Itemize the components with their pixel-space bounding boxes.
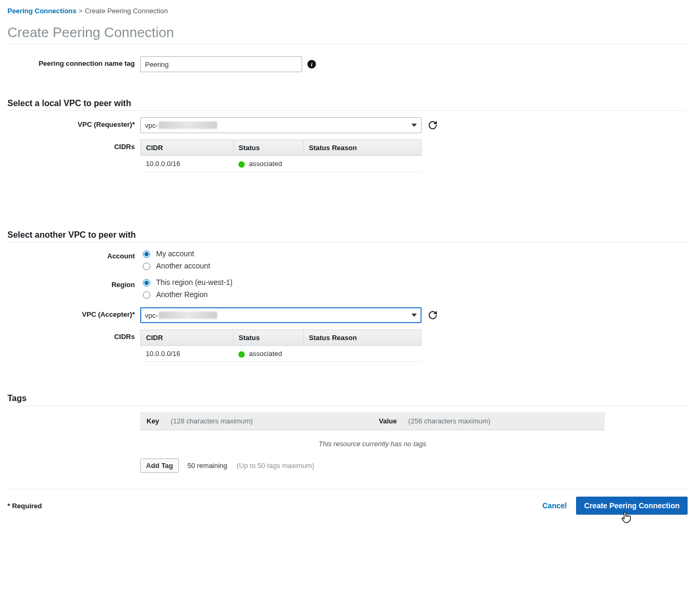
account-other-option[interactable]: Another account [140, 261, 688, 270]
info-icon[interactable]: i [307, 60, 316, 68]
chevron-down-icon [411, 124, 417, 127]
name-tag-input[interactable] [140, 56, 302, 72]
local-cidr-table: CIDR Status Status Reason 10.0.0.0/16 as… [140, 140, 422, 172]
col-reason: Status Reason [303, 330, 421, 346]
region-this-option[interactable]: This region (eu-west-1) [140, 277, 688, 287]
add-tag-button[interactable]: Add Tag [140, 458, 179, 473]
create-peering-button[interactable]: Create Peering Connection [576, 497, 688, 515]
tags-empty-text: This resource currently has no tags [140, 430, 605, 455]
name-tag-label: Peering connection name tag [7, 56, 140, 67]
divider [7, 110, 688, 111]
account-label: Account [7, 249, 140, 260]
account-my-radio[interactable] [143, 250, 150, 258]
local-cidrs-label: CIDRs [7, 137, 140, 151]
chevron-down-icon [411, 314, 417, 317]
col-reason: Status Reason [303, 140, 421, 156]
vpc-accepter-value-prefix: vpc- [145, 311, 158, 319]
account-my-option[interactable]: My account [140, 249, 688, 258]
vpc-requester-value-prefix: vpc- [145, 122, 158, 129]
region-other-option[interactable]: Another Region [140, 290, 688, 299]
divider [7, 405, 688, 406]
another-vpc-section-title: Select another VPC to peer with [7, 230, 688, 240]
cancel-button[interactable]: Cancel [535, 497, 574, 514]
redacted-text [159, 122, 217, 129]
tags-max-hint: (Up to 50 tags maximum) [237, 462, 314, 470]
col-cidr: CIDR [141, 330, 234, 346]
breadcrumb-parent-link[interactable]: Peering Connections [7, 7, 76, 15]
local-vpc-section-title: Select a local VPC to peer with [7, 99, 688, 108]
vpc-requester-label: VPC (Requester)* [7, 117, 140, 128]
tags-remaining: 50 remaining [187, 462, 227, 470]
accepter-cidr-table: CIDR Status Status Reason 10.0.0.0/16 as… [140, 329, 422, 362]
region-label: Region [7, 277, 140, 289]
divider [7, 44, 688, 45]
redacted-text [159, 311, 217, 319]
account-other-radio[interactable] [143, 263, 150, 270]
status-cell: associated [233, 346, 303, 362]
vpc-requester-select[interactable]: vpc- [140, 117, 422, 133]
status-dot-icon [238, 161, 245, 168]
required-note: * Required [7, 502, 42, 510]
refresh-icon[interactable] [428, 120, 437, 130]
table-row: 10.0.0.0/16 associated [141, 156, 422, 172]
breadcrumb-separator: > [79, 7, 83, 15]
tags-section-title: Tags [7, 394, 688, 403]
reason-cell [303, 346, 421, 362]
region-other-radio[interactable] [143, 291, 150, 299]
vpc-accepter-select[interactable]: vpc- [140, 307, 422, 323]
tags-key-col: Key (128 characters maximum) [140, 412, 373, 430]
region-this-radio[interactable] [143, 279, 150, 287]
status-cell: associated [233, 156, 303, 172]
col-status: Status [233, 140, 303, 156]
cidr-cell: 10.0.0.0/16 [141, 156, 234, 172]
accepter-cidrs-label: CIDRs [7, 327, 140, 341]
status-dot-icon [238, 351, 245, 358]
vpc-accepter-label: VPC (Accepter)* [7, 307, 140, 318]
table-row: 10.0.0.0/16 associated [141, 346, 422, 362]
tags-value-col: Value (256 characters maximum) [373, 412, 605, 430]
tags-table: Key (128 characters maximum) Value (256 … [140, 412, 605, 430]
breadcrumb: Peering Connections > Create Peering Con… [7, 6, 688, 15]
page-title: Create Peering Connection [7, 24, 688, 41]
col-status: Status [233, 330, 303, 346]
refresh-icon[interactable] [428, 310, 437, 320]
reason-cell [303, 156, 421, 172]
divider [7, 242, 688, 242]
col-cidr: CIDR [141, 140, 234, 156]
breadcrumb-current: Create Peering Connection [84, 7, 168, 15]
cidr-cell: 10.0.0.0/16 [141, 346, 234, 362]
